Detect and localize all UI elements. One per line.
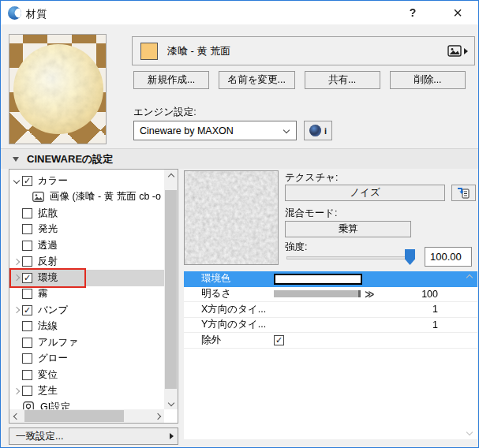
tree-item-label: 霧 — [38, 287, 48, 301]
tree-item-label: グロー — [38, 352, 68, 365]
tree-item-label: カラー — [38, 174, 68, 188]
texture-menu-button[interactable] — [451, 185, 476, 201]
channel-checkbox[interactable] — [22, 224, 32, 234]
tree-vertical-scrollbar[interactable] — [164, 170, 178, 409]
param-row-明るさ[interactable]: 明るさ≫100 — [184, 287, 477, 303]
channel-checkbox[interactable] — [22, 208, 32, 218]
tree-item-アルファ[interactable]: アルファ — [10, 334, 164, 351]
load-texture-icon — [457, 187, 470, 199]
flyout-arrow-icon[interactable] — [464, 48, 468, 54]
tree-item-バンプ[interactable]: ✓バンプ — [10, 302, 164, 319]
strength-slider-track[interactable] — [286, 256, 413, 259]
table-scroll-down-icon[interactable] — [463, 430, 475, 435]
channel-checkbox[interactable]: ✓ — [22, 305, 32, 315]
texture-label: テクスチャ: — [285, 171, 338, 185]
param-control: ≫ — [274, 289, 375, 299]
param-row-Y方向のタイ...[interactable]: Y方向のタイ...1 — [184, 318, 477, 334]
section-title: CINEWAREの設定 — [27, 152, 113, 166]
match-settings-label: 一致設定... — [16, 430, 63, 443]
material-name-bar[interactable]: 漆喰 - 黄 荒面 — [132, 36, 475, 65]
match-settings-button[interactable]: 一致設定... — [9, 427, 178, 445]
tree-item-label: 拡散 — [38, 207, 58, 220]
archicad-logo-icon — [8, 6, 21, 20]
scroll-up-arrow[interactable] — [164, 170, 178, 183]
param-row-除外[interactable]: 除外✓ — [184, 333, 477, 349]
param-label: 明るさ — [201, 287, 274, 301]
tree-item-label: アルファ — [38, 336, 78, 349]
tree-item-法線[interactable]: 法線 — [10, 319, 164, 335]
rename-button[interactable]: 名前を変更... — [219, 71, 294, 89]
expander-open-icon[interactable] — [10, 178, 22, 183]
brightness-slider[interactable] — [274, 290, 361, 297]
texture-preview[interactable] — [184, 170, 279, 265]
param-row-X方向のタイ...[interactable]: X方向のタイ...1 — [184, 302, 477, 318]
engine-dropdown[interactable]: Cineware by MAXON — [133, 121, 297, 140]
cinema4d-info-button[interactable]: i — [304, 121, 332, 140]
tree-item-芝生[interactable]: 芝生 — [10, 383, 164, 400]
new-button[interactable]: 新規作成... — [133, 71, 209, 89]
expander-closed-icon[interactable] — [10, 389, 22, 394]
scroll-left-arrow[interactable] — [9, 409, 23, 423]
channel-checkbox[interactable]: ✓ — [22, 176, 32, 186]
help-button[interactable]: ? — [399, 1, 426, 24]
tree-item-label: 透過 — [38, 239, 58, 252]
channel-checkbox[interactable] — [22, 353, 32, 364]
param-label: Y方向のタイ... — [201, 318, 274, 331]
channel-checkbox[interactable] — [22, 289, 32, 299]
scroll-right-arrow[interactable] — [151, 409, 164, 423]
share-button[interactable]: 共有... — [305, 71, 380, 89]
channel-tree-panel: ✓カラー画像 (漆喰 - 黄 荒面 cb -o拡散発光透過反射✓環境霧✓バンプ法… — [9, 169, 178, 424]
expander-closed-icon[interactable] — [10, 308, 22, 312]
channel-checkbox[interactable] — [22, 370, 32, 380]
tree-horizontal-scrollbar[interactable] — [9, 409, 164, 423]
strength-slider-handle[interactable] — [405, 249, 415, 265]
tree-item-gi[interactable]: GI設定 — [10, 399, 164, 409]
channel-checkbox[interactable] — [22, 321, 32, 331]
tree-item-label: 環境 — [38, 271, 58, 285]
tree-item-image[interactable]: 画像 (漆喰 - 黄 荒面 cb -o — [10, 189, 164, 206]
blend-mode-button[interactable]: 乗算 — [285, 221, 411, 237]
strength-value-input[interactable]: 100.00 — [425, 247, 472, 267]
param-label: 環境色 — [201, 272, 274, 286]
material-name: 漆喰 - 黄 荒面 — [167, 44, 447, 58]
channel-checkbox[interactable] — [22, 386, 32, 396]
param-control — [274, 274, 362, 285]
tree-item-拡散[interactable]: 拡散 — [10, 205, 164, 222]
tree-item-変位[interactable]: 変位 — [10, 367, 164, 383]
vertical-scroll-thumb[interactable] — [165, 190, 177, 389]
tree-item-霧[interactable]: 霧 — [10, 286, 164, 303]
param-value[interactable]: 1 — [432, 319, 438, 330]
param-row-環境色[interactable]: 環境色 — [184, 271, 477, 287]
gi-icon — [22, 401, 35, 409]
close-button[interactable]: × — [442, 1, 473, 24]
channel-checkbox[interactable] — [22, 256, 32, 267]
expander-closed-icon[interactable] — [10, 275, 22, 280]
scroll-down-arrow[interactable] — [164, 396, 178, 409]
horizontal-scroll-thumb[interactable] — [24, 410, 124, 422]
channel-checkbox[interactable] — [22, 338, 32, 348]
tree-item-環境[interactable]: ✓環境 — [10, 270, 164, 286]
dialog-title: 材質 — [26, 7, 47, 21]
table-scroll-up-icon[interactable] — [463, 275, 475, 280]
tree-item-label: 発光 — [38, 222, 58, 236]
slider-step-icon[interactable]: ≫ — [365, 289, 375, 299]
tree-item-発光[interactable]: 発光 — [10, 222, 164, 238]
delete-button[interactable]: 削除... — [390, 71, 466, 89]
tree-item-カラー[interactable]: ✓カラー — [10, 173, 164, 189]
param-checkbox[interactable]: ✓ — [274, 335, 284, 345]
tree-item-グロー[interactable]: グロー — [10, 351, 164, 368]
param-value[interactable]: 100 — [421, 289, 438, 300]
channel-checkbox[interactable] — [22, 241, 32, 251]
tree-item-透過[interactable]: 透過 — [10, 237, 164, 254]
blend-mode-label: 混合モード: — [285, 207, 338, 220]
environment-color-swatch[interactable] — [274, 274, 362, 285]
expander-closed-icon[interactable] — [10, 259, 22, 264]
param-value[interactable]: 1 — [432, 304, 438, 315]
channel-checkbox[interactable]: ✓ — [22, 273, 32, 283]
cinema4d-icon — [309, 125, 321, 136]
cineware-section-header[interactable]: CINEWAREの設定 — [1, 148, 478, 169]
picture-icon[interactable] — [447, 45, 462, 57]
tree-item-反射[interactable]: 反射 — [10, 254, 164, 271]
texture-type-button[interactable]: ノイズ — [285, 185, 445, 201]
image-icon — [32, 192, 44, 202]
